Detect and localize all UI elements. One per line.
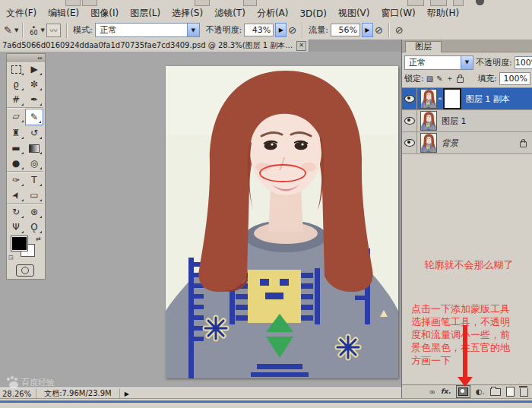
layer-name[interactable]: 背景 (442, 138, 458, 149)
airbrush-pen-pressure-icon[interactable]: ⊘ (375, 24, 383, 36)
tool-hand[interactable]: Ψ (7, 220, 25, 235)
tool-3d-orbit[interactable]: ⊛ (25, 204, 43, 220)
toolbox-panel: ▸▸ ▶ ϱ ✼ # ✒ ▱ ✎ ♜ ↺ ▬ ● ◎ ✑ T ➤ (6, 53, 46, 280)
rectangular-marquee-icon (11, 65, 21, 74)
blend-mode-select[interactable]: 正常 ▼ (95, 23, 200, 37)
toolbox-collapse-button[interactable]: ▸▸ (7, 54, 45, 62)
layer-thumbnail[interactable] (420, 89, 437, 109)
new-group-icon[interactable] (490, 388, 501, 396)
tool-move[interactable]: ▶ (25, 62, 43, 77)
visibility-cell[interactable] (402, 132, 417, 153)
airbrush-opacity-icon[interactable]: ⊘ (288, 24, 296, 36)
menu-window[interactable]: 窗口(W) (382, 7, 416, 20)
switch-colors-icon[interactable]: ⇄ (36, 236, 41, 242)
brush-tool-flyout-arrow[interactable]: ▼ (14, 27, 18, 33)
foreground-color-swatch[interactable] (11, 236, 27, 251)
layer-row-copy[interactable]: ∞ 图层 1 副本 (402, 88, 532, 110)
tool-clone-stamp[interactable]: ♜ (7, 125, 25, 141)
annotation-text: 度和流量调小一些，前 (411, 328, 531, 341)
layer-thumbnail[interactable] (420, 133, 437, 153)
tool-type[interactable]: T (25, 172, 43, 188)
canvas-area[interactable]: ▸▸ ▶ ϱ ✼ # ✒ ▱ ✎ ♜ ↺ ▬ ● ◎ ✑ T ➤ (0, 52, 401, 387)
tool-gradient[interactable] (25, 141, 43, 156)
tool-pen[interactable]: ✑ (7, 172, 25, 188)
tool-zoom[interactable]: Ǫ (25, 220, 43, 235)
tool-eyedropper[interactable]: ✒ (25, 92, 43, 107)
menu-3d[interactable]: 3D(D) (299, 8, 326, 19)
lock-position-icon[interactable]: ＋ (446, 73, 454, 84)
layers-tab[interactable]: 图层 (405, 41, 442, 52)
menu-analysis[interactable]: 分析(A) (257, 7, 289, 20)
tool-rectangular-marquee[interactable] (7, 62, 25, 77)
tool-history-brush[interactable]: ↺ (25, 125, 43, 141)
add-layer-mask-button[interactable] (456, 385, 470, 398)
tool-eraser[interactable]: ▬ (7, 141, 25, 156)
tool-blur[interactable]: ● (7, 156, 25, 171)
zoom-level-field[interactable]: 28.26% (0, 388, 36, 399)
default-colors-icon[interactable]: ◲ (8, 255, 14, 261)
tool-shape[interactable]: ▭ (25, 188, 43, 203)
layer-mask-thumbnail[interactable] (443, 88, 461, 109)
tool-dodge[interactable]: ◎ (25, 156, 43, 171)
photo-canvas[interactable] (166, 66, 398, 378)
menu-layer[interactable]: 图层(L) (130, 7, 160, 20)
menu-view[interactable]: 视图(V) (338, 7, 370, 20)
layer-name[interactable]: 图层 1 (442, 115, 467, 127)
eye-icon[interactable] (404, 139, 415, 147)
layer-blend-mode-select[interactable]: 正常 ▼ (404, 55, 473, 70)
tool-brush[interactable]: ✎ (25, 109, 43, 125)
blend-mode-row: 正常 ▼ 不透明度: 100% (402, 52, 532, 71)
layers-list: ∞ 图层 1 副本 图层 1 背景 (402, 87, 532, 154)
menu-image[interactable]: 图像(I) (90, 7, 119, 20)
quick-mask-button[interactable] (16, 264, 34, 277)
tool-path-selection[interactable]: ➤ (7, 188, 25, 203)
opacity-input[interactable]: 43% (244, 24, 274, 36)
eye-icon[interactable] (404, 95, 415, 103)
tool-3d-rotate[interactable]: ↻ (7, 204, 25, 220)
chevron-down-icon[interactable]: ▼ (461, 56, 473, 69)
layer-row-1[interactable]: 图层 1 (402, 110, 532, 132)
lock-all-icon[interactable] (457, 77, 464, 83)
link-layers-icon[interactable]: ∞ (429, 388, 435, 396)
new-layer-icon[interactable] (506, 387, 515, 397)
tool-spot-healing-brush[interactable]: ▱ (7, 109, 25, 124)
document-tab[interactable]: 7a6d5066d0160924ddaa0fa1d70735fae7cd3409… (0, 40, 309, 52)
tool-lasso[interactable]: ϱ (7, 77, 25, 92)
visibility-cell[interactable] (402, 88, 417, 109)
layer-fill-input[interactable]: 100% (499, 72, 530, 85)
close-icon[interactable]: ✕ (296, 41, 306, 51)
layer-thumbnail[interactable] (420, 111, 437, 131)
brush-preset-arrow[interactable]: ▼ (40, 27, 44, 33)
brush-tool-icon[interactable]: ✎ (4, 24, 12, 36)
status-options-arrow[interactable]: ▶ (120, 391, 134, 397)
visibility-cell[interactable] (402, 110, 417, 131)
appbar-icon (82, 0, 97, 6)
chevron-down-icon[interactable]: ▼ (187, 24, 199, 36)
eye-icon[interactable] (404, 117, 415, 125)
tool-magic-wand[interactable]: ✼ (25, 77, 43, 92)
hand-icon: Ψ (12, 223, 19, 232)
brush-preset-picker[interactable]: • 60 (30, 25, 37, 36)
clone-stamp-icon: ♜ (12, 128, 21, 138)
tool-crop[interactable]: # (7, 92, 25, 107)
menu-select[interactable]: 选择(S) (172, 7, 203, 20)
lock-transparency-icon[interactable]: ▨ (426, 74, 433, 83)
menu-filter[interactable]: 滤镜(T) (214, 7, 245, 20)
flow-slider-arrow[interactable]: ▶ (362, 23, 373, 37)
layer-row-background[interactable]: 背景 (402, 132, 532, 154)
toggle-brushes-panel-button[interactable]: 〰 (46, 24, 61, 37)
layer-name[interactable]: 图层 1 副本 (466, 93, 510, 105)
layer-opacity-input[interactable]: 100% (515, 56, 532, 69)
flow-input[interactable]: 56% (331, 24, 360, 36)
lasso-icon: ϱ (13, 80, 19, 89)
airbrush-toggle-icon[interactable]: ⊘ (395, 24, 404, 36)
opacity-slider-arrow[interactable]: ▶ (275, 23, 287, 37)
delete-layer-icon[interactable] (520, 388, 528, 397)
adjustment-layer-icon[interactable]: ◐. (476, 388, 485, 396)
mask-link-icon[interactable]: ∞ (438, 96, 442, 102)
menu-file[interactable]: 文件(F) (6, 7, 36, 20)
menu-help[interactable]: 帮助(H) (427, 7, 459, 20)
menu-edit[interactable]: 编辑(E) (48, 7, 79, 20)
lock-pixels-icon[interactable]: ✎ (436, 74, 442, 83)
layer-style-icon[interactable]: fx. (441, 388, 451, 395)
